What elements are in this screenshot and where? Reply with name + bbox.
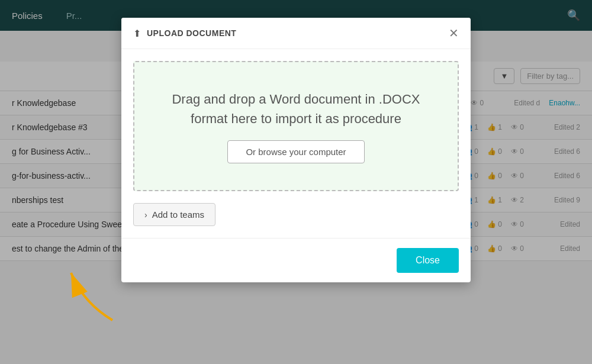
chevron-right-icon: ›: [144, 210, 147, 220]
drop-zone-text: Drag and drop a Word document in .DOCX f…: [152, 89, 440, 128]
add-to-teams-button[interactable]: › Add to teams: [133, 203, 215, 226]
modal-header: ⬆ UPLOAD DOCUMENT ✕: [121, 18, 471, 49]
drop-zone[interactable]: Drag and drop a Word document in .DOCX f…: [133, 61, 459, 191]
upload-icon: ⬆: [133, 28, 141, 39]
browse-computer-button[interactable]: Or browse your computer: [227, 140, 364, 163]
modal-title: UPLOAD DOCUMENT: [147, 28, 236, 38]
modal-footer: Close: [121, 238, 471, 282]
close-icon[interactable]: ✕: [449, 27, 459, 39]
add-teams-label: Add to teams: [152, 210, 204, 220]
upload-document-modal: ⬆ UPLOAD DOCUMENT ✕ Drag and drop a Word…: [121, 18, 471, 282]
add-teams-section: › Add to teams: [133, 203, 459, 226]
modal-close-button[interactable]: Close: [397, 248, 459, 273]
